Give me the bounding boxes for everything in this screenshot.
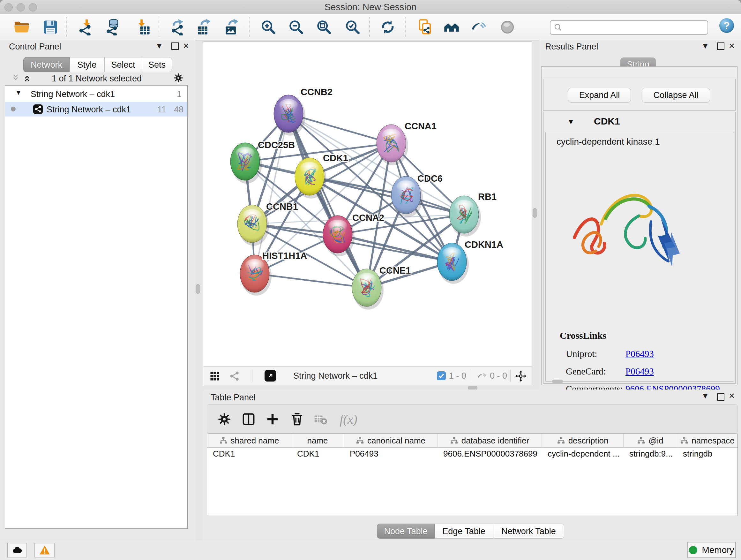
- toolbar-separator: [249, 17, 250, 37]
- network-graph[interactable]: CCNB2CCNA1CDC25BCDK1CDC6RB1CCNB1CCNA2CDK…: [203, 42, 532, 366]
- duplicate-documents-icon: [417, 19, 433, 36]
- network-options-button[interactable]: [173, 72, 184, 84]
- shared-column-icon: [219, 436, 227, 445]
- control-panel-maximize-button[interactable]: [170, 43, 180, 52]
- table-panel-maximize-button[interactable]: [716, 393, 725, 402]
- export-table-icon: [196, 19, 212, 36]
- tab-sets[interactable]: Sets: [142, 57, 172, 72]
- tab-select[interactable]: Select: [105, 57, 142, 72]
- results-scrollbar-thumb[interactable]: [552, 380, 563, 383]
- hide-graphics-details-button[interactable]: [469, 18, 488, 37]
- save-session-button[interactable]: [41, 18, 60, 37]
- zoom-selected-icon: [344, 19, 361, 36]
- import-table-button[interactable]: [134, 18, 152, 37]
- search-input[interactable]: [566, 21, 704, 33]
- column-header-database-identifier[interactable]: database identifier: [437, 434, 542, 447]
- column-header-description[interactable]: description: [542, 434, 623, 447]
- detach-view-button[interactable]: [265, 370, 276, 381]
- tab-node-table[interactable]: Node Table: [377, 523, 434, 539]
- delete-table-icon: [313, 412, 328, 427]
- tab-edge-table[interactable]: Edge Table: [434, 523, 493, 539]
- first-neighbors-button[interactable]: [442, 18, 461, 37]
- birds-eye-navigator-button[interactable]: [515, 370, 527, 383]
- zoom-out-button[interactable]: [287, 18, 306, 37]
- network-view[interactable]: CCNB2CCNA1CDC25BCDK1CDC6RB1CCNB1CCNA2CDK…: [203, 42, 532, 385]
- results-panel-close-button[interactable]: ✕: [727, 42, 737, 51]
- collection-label: String Network – cdk1: [30, 89, 115, 99]
- selected-checkbox-icon[interactable]: [437, 371, 446, 380]
- zoom-fit-button[interactable]: [315, 18, 333, 37]
- column-header-label: name: [307, 436, 328, 446]
- column-header-name[interactable]: name: [291, 434, 344, 447]
- right-splitter-handle[interactable]: [533, 208, 537, 218]
- results-buttons-box: Expand All Collapse All: [543, 79, 736, 111]
- table-settings-button[interactable]: [215, 410, 233, 428]
- delete-column-button[interactable]: [288, 410, 306, 428]
- memory-button[interactable]: Memory: [687, 542, 736, 558]
- column-header-canonical-name[interactable]: canonical name: [344, 434, 437, 447]
- zoom-in-button[interactable]: [259, 18, 278, 37]
- show-graphics-details-button[interactable]: [498, 18, 517, 37]
- duplicate-network-button[interactable]: [416, 18, 434, 37]
- grid-view-button[interactable]: [209, 370, 220, 383]
- table-cell[interactable]: 9606.ENSP00000378699: [437, 447, 542, 460]
- column-header-namespace[interactable]: namespace: [677, 434, 738, 447]
- table-cell[interactable]: stringdb: [677, 447, 738, 460]
- table-cell[interactable]: cyclin-dependent ...: [542, 447, 623, 460]
- show-columns-button[interactable]: [240, 410, 258, 428]
- tab-style[interactable]: Style: [70, 57, 105, 72]
- expand-all-tree-button[interactable]: [22, 73, 32, 84]
- network-share-view-button[interactable]: [229, 370, 240, 383]
- collapse-all-tree-button[interactable]: [11, 73, 20, 84]
- delete-table-button[interactable]: [312, 410, 330, 428]
- gene-description: cyclin-dependent kinase 1: [556, 137, 660, 147]
- import-network-button[interactable]: [77, 18, 95, 37]
- gear-icon: [217, 412, 232, 427]
- crosslink-link[interactable]: P06493: [625, 366, 654, 377]
- expand-all-button[interactable]: Expand All: [568, 88, 631, 103]
- eye-slash-icon: [470, 19, 487, 36]
- network-collection-row[interactable]: ▼ String Network – cdk1 1: [5, 87, 187, 102]
- control-panel-close-button[interactable]: ✕: [181, 42, 191, 51]
- zoom-in-icon: [260, 19, 277, 36]
- node-label: HIST1H1A: [262, 251, 307, 261]
- table-cell[interactable]: CDK1: [291, 447, 344, 460]
- zoom-selected-button[interactable]: [343, 18, 362, 37]
- left-splitter-handle[interactable]: [196, 284, 200, 294]
- export-network-button[interactable]: [169, 18, 187, 37]
- import-network-database-button[interactable]: [104, 18, 123, 37]
- node-label: CDC6: [417, 173, 443, 184]
- column-header--id[interactable]: @id: [623, 434, 677, 447]
- table-cell[interactable]: P06493: [344, 447, 437, 460]
- column-header-label: shared name: [231, 436, 279, 446]
- cloud-status-button[interactable]: [7, 543, 27, 557]
- gene-section-expander-icon[interactable]: ▼: [567, 118, 575, 126]
- column-header-shared-name[interactable]: shared name: [207, 434, 291, 447]
- control-panel-title: Control Panel: [9, 42, 61, 52]
- results-panel-maximize-button[interactable]: [716, 43, 725, 52]
- table-row[interactable]: CDK1CDK1P064939606.ENSP00000378699cyclin…: [207, 447, 738, 460]
- table-cell[interactable]: stringdb:9...: [623, 447, 677, 460]
- collection-expander-icon[interactable]: ▼: [15, 89, 22, 97]
- table-cell[interactable]: CDK1: [207, 447, 291, 460]
- results-panel-title: Results Panel: [545, 42, 598, 52]
- function-builder-button[interactable]: f(x): [334, 410, 363, 428]
- control-panel-float-button[interactable]: ▼: [154, 42, 164, 51]
- crosslink-link[interactable]: P06493: [625, 349, 654, 359]
- open-session-button[interactable]: [12, 18, 31, 37]
- tab-network[interactable]: Network: [23, 57, 70, 72]
- export-image-button[interactable]: [223, 18, 241, 37]
- create-column-button[interactable]: [264, 410, 281, 428]
- collapse-all-button[interactable]: Collapse All: [642, 88, 710, 103]
- export-table-button[interactable]: [195, 18, 213, 37]
- refresh-button[interactable]: [379, 18, 397, 37]
- table-panel-float-button[interactable]: ▼: [700, 391, 710, 400]
- double-chevron-up-icon: [22, 73, 32, 83]
- warnings-button[interactable]: [35, 543, 55, 557]
- table-panel-close-button[interactable]: ✕: [727, 391, 737, 400]
- network-row-selected[interactable]: String Network – cdk1 11 48: [5, 102, 187, 117]
- results-panel-float-button[interactable]: ▼: [700, 42, 710, 51]
- tab-network-table[interactable]: Network Table: [493, 523, 564, 539]
- help-button[interactable]: ?: [719, 18, 734, 33]
- export-image-icon: [224, 19, 240, 36]
